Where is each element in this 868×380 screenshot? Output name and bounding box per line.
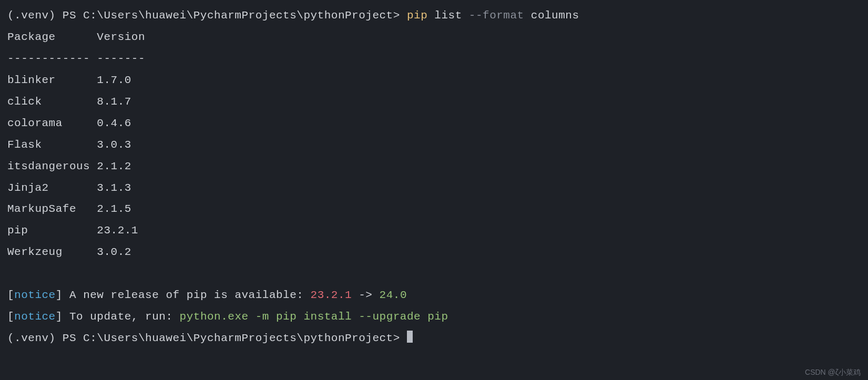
terminal-output[interactable]: (.venv) PS C:\Users\huawei\PycharmProjec… <box>7 5 861 350</box>
pip-new-version: 24.0 <box>380 289 407 301</box>
cmd-list: list <box>427 9 469 22</box>
cmd-pip: pip <box>407 9 427 22</box>
notice-label: notice <box>14 289 56 301</box>
package-list: blinker 1.7.0 click 8.1.7 colorama 0.4.6… <box>7 74 138 259</box>
prompt-prefix: (.venv) PS C:\Users\huawei\PycharmProjec… <box>7 332 407 344</box>
notice-bracket-open: [ <box>7 289 14 301</box>
notice-bracket-close: ] <box>56 311 69 323</box>
notice-label: notice <box>14 311 56 323</box>
table-header: Package Version <box>7 31 145 43</box>
prompt-prefix: (.venv) PS C:\Users\huawei\PycharmProjec… <box>7 9 407 22</box>
notice-bracket-open: [ <box>7 311 14 323</box>
cmd-arg: columns <box>524 9 579 22</box>
table-divider: ------------ ------- <box>7 53 145 65</box>
cursor[interactable] <box>407 331 413 343</box>
watermark: CSDN @ζ小菜鸡 <box>805 368 861 376</box>
arrow: -> <box>352 289 379 301</box>
notice-message: To update, run: <box>69 311 180 323</box>
notice-message: A new release of pip is available: <box>69 289 311 301</box>
notice-bracket-close: ] <box>56 289 69 301</box>
cmd-flag: --format <box>469 9 524 22</box>
upgrade-command: python.exe -m pip install --upgrade pip <box>180 311 448 323</box>
pip-old-version: 23.2.1 <box>311 289 352 301</box>
